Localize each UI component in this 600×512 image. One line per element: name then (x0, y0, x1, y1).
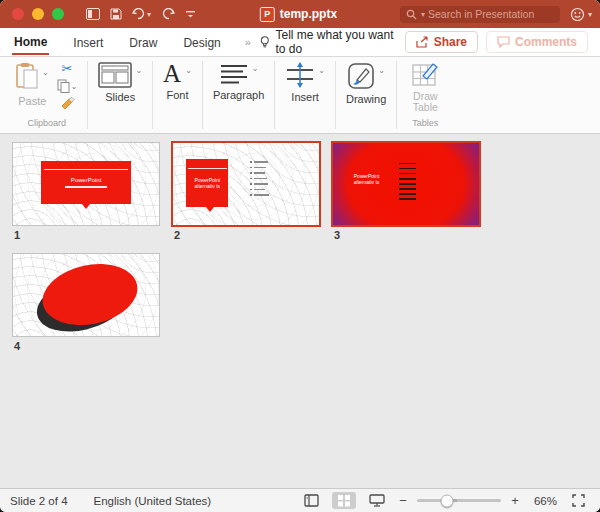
document-title: P temp.pptx (260, 7, 337, 22)
slides-chevron-icon[interactable]: ⌄ (135, 66, 142, 75)
font-button[interactable]: A ⌄ Font (163, 62, 192, 101)
tab-design[interactable]: Design (181, 31, 222, 54)
toggle-ribbon-icon[interactable] (86, 8, 100, 20)
copy-button[interactable]: ⌄ (57, 79, 78, 93)
font-icon: A (163, 62, 181, 86)
slides-group: ⌄ Slides (88, 57, 152, 133)
smiley-icon (570, 7, 585, 22)
undo-dropdown-chevron-icon[interactable]: ▾ (147, 10, 151, 19)
drawing-group: ⌄ Drawing (336, 57, 396, 133)
feedback-chevron-icon: ▾ (588, 10, 592, 19)
font-group: A ⌄ Font (153, 57, 202, 133)
tables-group-label: Tables (412, 118, 438, 131)
copy-icon (57, 79, 70, 93)
tables-group: Draw Table Tables (397, 57, 453, 133)
search-icon (406, 9, 417, 20)
tab-insert[interactable]: Insert (71, 31, 105, 54)
slides-button[interactable]: ⌄ Slides (98, 62, 142, 103)
search-input[interactable]: ▾ Search in Presentation (400, 6, 560, 23)
feedback-menu[interactable]: ▾ (570, 7, 592, 22)
zoom-slider[interactable] (417, 499, 501, 502)
insert-chevron-icon[interactable]: ⌄ (318, 66, 325, 75)
lightbulb-icon (260, 35, 270, 50)
statusbar: Slide 2 of 4 English (United States) − +… (0, 488, 600, 512)
redo-button[interactable] (161, 8, 175, 20)
font-chevron-icon[interactable]: ⌄ (185, 66, 192, 75)
insert-button[interactable]: ⌄ Insert (285, 62, 325, 103)
search-scope-chevron-icon[interactable]: ▾ (421, 10, 425, 19)
tab-home[interactable]: Home (12, 30, 49, 55)
slide-3-bullet-list (399, 163, 416, 200)
slide-3-container: PowerPoint alternativ ts 3 (332, 142, 480, 247)
language-indicator[interactable]: English (United States) (94, 495, 212, 507)
slide-1-thumbnail[interactable]: PowerPoint (12, 142, 160, 226)
paragraph-lines-icon (219, 62, 249, 86)
slideshow-view-button[interactable] (365, 492, 389, 509)
paste-dropdown-chevron-icon[interactable]: ⌄ (42, 68, 49, 77)
slide-4-number: 4 (14, 340, 160, 352)
cut-icon[interactable]: ✂ (62, 62, 73, 75)
slide-3-thumbnail[interactable]: PowerPoint alternativ ts (331, 141, 481, 227)
zoom-window-button[interactable] (52, 8, 64, 20)
insert-rows-icon (285, 62, 315, 88)
slide-2-thumbnail[interactable]: PowerPoint alternativ ts (171, 141, 321, 227)
clipboard-group-label: Clipboard (27, 118, 66, 131)
normal-view-icon (304, 494, 319, 507)
slide-2-number: 2 (174, 229, 320, 241)
tab-overflow-icon[interactable]: » (245, 36, 250, 48)
fit-to-window-icon (572, 494, 585, 507)
customize-toolbar-icon[interactable] (185, 9, 196, 19)
format-painter-icon[interactable] (60, 97, 75, 110)
clipboard-group: ⌄ Paste ✂ ⌄ Clipboard (6, 57, 87, 133)
slide-sorter-view-button[interactable] (332, 492, 356, 509)
normal-view-button[interactable] (299, 492, 323, 509)
slide-sorter-icon (337, 494, 351, 507)
zoom-percentage[interactable]: 66% (529, 495, 557, 507)
slide-2-title-box: PowerPoint alternativ ts (186, 159, 228, 207)
slideshow-icon (369, 494, 385, 507)
close-window-button[interactable] (12, 8, 24, 20)
tab-draw[interactable]: Draw (127, 31, 159, 54)
slide-1-number: 1 (14, 229, 160, 241)
paste-button[interactable]: ⌄ Paste (16, 62, 49, 107)
titlebar: ▾ P temp.pptx ▾ Search in Presentation ▾ (0, 0, 600, 28)
save-icon[interactable] (110, 8, 122, 20)
draw-table-icon (411, 62, 439, 88)
undo-button[interactable]: ▾ (132, 8, 151, 20)
powerpoint-window: ▾ P temp.pptx ▾ Search in Presentation ▾… (0, 0, 600, 512)
slide-1-container: PowerPoint 1 (12, 142, 160, 247)
share-icon (416, 36, 429, 48)
slide-sorter: PowerPoint 1 PowerPoint alternativ ts (0, 134, 600, 488)
slide-2-container: PowerPoint alternativ ts 2 (172, 142, 320, 247)
drawing-button[interactable]: ⌄ Drawing (346, 62, 386, 105)
copy-dropdown-chevron-icon[interactable]: ⌄ (71, 82, 78, 91)
zoom-out-button[interactable]: − (398, 493, 408, 508)
slide-4-container: 4 (12, 253, 160, 358)
share-button[interactable]: Share (405, 31, 478, 53)
ribbon-tabbar: Home Insert Draw Design » Tell me what y… (0, 28, 600, 57)
tell-me-box[interactable]: Tell me what you want to do (260, 28, 405, 56)
zoom-in-button[interactable]: + (510, 493, 520, 508)
comments-button[interactable]: Comments (486, 31, 588, 53)
slide-indicator[interactable]: Slide 2 of 4 (10, 495, 68, 507)
fit-slide-button[interactable] (566, 492, 590, 509)
drawing-chevron-icon[interactable]: ⌄ (378, 66, 385, 75)
traffic-lights (12, 8, 64, 20)
paste-clipboard-icon (16, 62, 42, 92)
paragraph-group: ⌄ Paragraph (203, 57, 274, 133)
zoom-slider-knob[interactable] (441, 494, 454, 507)
ribbon: ⌄ Paste ✂ ⌄ Clipboard (0, 57, 600, 134)
paragraph-button[interactable]: ⌄ Paragraph (213, 62, 264, 101)
draw-table-button[interactable]: Draw Table (407, 62, 443, 113)
search-placeholder: Search in Presentation (428, 8, 534, 20)
insert-group: ⌄ Insert (275, 57, 335, 133)
slide-4-thumbnail[interactable] (12, 253, 160, 337)
minimize-window-button[interactable] (32, 8, 44, 20)
pptx-file-icon: P (260, 7, 275, 22)
drawing-brush-icon (347, 62, 375, 90)
comment-icon (497, 36, 510, 48)
slide-1-title-box: PowerPoint (41, 161, 132, 204)
paragraph-chevron-icon[interactable]: ⌄ (252, 64, 259, 73)
slide-2-bullet-list (250, 161, 269, 196)
slide-layout-icon (98, 62, 132, 88)
